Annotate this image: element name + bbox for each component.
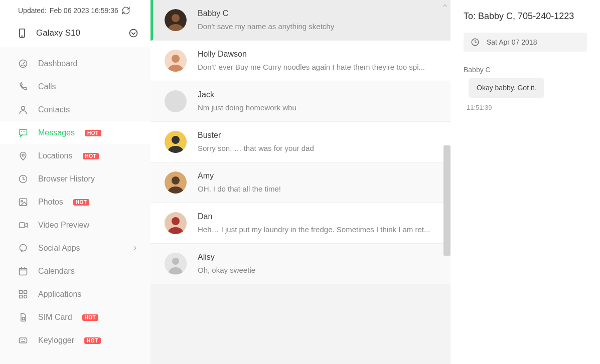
conversation-preview: Don't' ever Buy me Curry noodles again I… xyxy=(198,63,436,71)
sidebar-item-label: Locations xyxy=(38,151,73,160)
chevron-down-icon[interactable] xyxy=(128,28,138,38)
svg-point-4 xyxy=(22,106,25,110)
svg-rect-25 xyxy=(20,338,27,343)
message-bubble: Okay babby. Got it. xyxy=(469,78,544,98)
sidebar-item-label: Applications xyxy=(38,290,81,299)
apps-icon xyxy=(18,289,28,299)
avatar xyxy=(165,90,187,112)
sidebar-item-dashboard[interactable]: Dashboard xyxy=(0,52,151,75)
sidebar-item-sim-card[interactable]: SIM CardHOT xyxy=(0,306,151,329)
chat-icon xyxy=(18,128,28,138)
sidebar-item-label: Video Preview xyxy=(38,221,89,230)
avatar xyxy=(165,212,187,234)
message-sender: Babby C xyxy=(464,66,587,74)
phone-icon xyxy=(18,82,28,92)
sidebar-item-social-apps[interactable]: Social Apps xyxy=(0,237,151,260)
sidebar-item-label: Photos xyxy=(38,198,63,207)
device-selector[interactable]: Galaxy S10 xyxy=(0,19,151,47)
svg-rect-21 xyxy=(24,291,27,294)
message-detail-panel: To: Babby C, 705-240-1223 Sat Apr 07 201… xyxy=(451,0,600,364)
conversation-item[interactable]: BusterSorry son, … that was for your dad xyxy=(151,122,451,162)
svg-rect-5 xyxy=(20,129,27,135)
sidebar-item-label: Keylogger xyxy=(38,336,74,345)
svg-point-23 xyxy=(24,295,27,298)
conversation-preview: Nm just doing homework wbu xyxy=(198,103,436,112)
conversation-name: Dan xyxy=(198,212,436,221)
conversation-preview: Oh, okay sweetie xyxy=(198,266,436,274)
hot-badge: HOT xyxy=(83,153,99,159)
svg-point-9 xyxy=(22,154,24,156)
svg-point-2 xyxy=(130,30,137,37)
image-icon xyxy=(18,197,28,207)
sidebar-item-applications[interactable]: Applications xyxy=(0,283,151,306)
conversation-preview: Don't save my name as anything sketchy xyxy=(198,22,436,31)
conversation-item[interactable]: Babby CDon't save my name as anything sk… xyxy=(151,0,451,41)
sidebar-item-photos[interactable]: PhotosHOT xyxy=(0,191,151,214)
conversation-name: Buster xyxy=(198,131,436,140)
hot-badge: HOT xyxy=(73,199,90,206)
conversations-panel: Babby CDon't save my name as anything sk… xyxy=(151,0,451,364)
device-name: Galaxy S10 xyxy=(36,28,80,38)
updated-time: Feb 06 2023 16:59:36 xyxy=(50,7,118,15)
scrollbar-thumb[interactable] xyxy=(443,145,451,256)
avatar xyxy=(165,253,187,275)
conversation-item[interactable]: DanHeh… I just put my laundry in the fre… xyxy=(151,203,451,244)
svg-point-15 xyxy=(20,245,26,251)
svg-point-31 xyxy=(172,14,180,22)
conversation-item[interactable]: JackNm just doing homework wbu xyxy=(151,81,451,122)
conversation-item[interactable]: AlisyOh, okay sweetie xyxy=(151,244,451,284)
conversation-preview: Sorry son, … that was for your dad xyxy=(198,144,436,152)
sidebar-item-contacts[interactable]: Contacts xyxy=(0,98,151,121)
hot-badge: HOT xyxy=(82,314,99,321)
sidebar-item-browser-history[interactable]: Browser History xyxy=(0,167,151,191)
svg-point-12 xyxy=(21,201,23,202)
conversation-item[interactable]: AmyOH, I do that all the time! xyxy=(151,162,451,203)
conversation-name: Alisy xyxy=(198,253,436,262)
svg-rect-13 xyxy=(20,223,25,228)
conversation-preview: Heh… I just put my laundry in the fredge… xyxy=(198,225,436,234)
conversation-item[interactable]: Holly DawsonDon't' ever Buy me Curry noo… xyxy=(151,41,451,81)
person-icon xyxy=(18,105,28,115)
hot-badge: HOT xyxy=(85,130,101,136)
sidebar-item-locations[interactable]: LocationsHOT xyxy=(0,144,151,167)
date-chip: Sat Apr 07 2018 xyxy=(464,33,587,52)
bubble-icon xyxy=(18,243,28,253)
to-line: To: Babby C, 705-240-1223 xyxy=(464,11,587,22)
clock-icon xyxy=(471,38,480,47)
sidebar-item-messages[interactable]: MessagesHOT xyxy=(0,121,151,144)
phone-device-icon xyxy=(17,28,27,38)
scroll-up-icon[interactable] xyxy=(441,2,448,9)
chevron-right-icon xyxy=(131,245,138,252)
sidebar-item-label: Browser History xyxy=(38,174,95,184)
svg-rect-20 xyxy=(20,291,23,294)
sidebar-item-label: Calls xyxy=(38,82,56,91)
sidebar-item-label: Contacts xyxy=(38,105,70,114)
sidebar-item-video-preview[interactable]: Video Preview xyxy=(0,214,151,237)
refresh-icon[interactable] xyxy=(121,6,130,15)
keyboard-icon xyxy=(18,335,28,345)
hot-badge: HOT xyxy=(84,337,101,344)
svg-point-41 xyxy=(172,258,179,265)
updated-bar: Updated: Feb 06 2023 16:59:36 xyxy=(0,0,151,19)
date-text: Sat Apr 07 2018 xyxy=(487,38,537,46)
sidebar-item-label: Messages xyxy=(38,128,75,137)
updated-prefix: Updated: xyxy=(18,7,47,15)
video-icon xyxy=(18,220,28,230)
svg-rect-16 xyxy=(20,268,27,275)
conversation-preview: OH, I do that all the time! xyxy=(198,185,436,193)
sim-icon xyxy=(18,312,28,322)
avatar xyxy=(165,171,187,194)
nav-menu: DashboardCallsContactsMessagesHOTLocatio… xyxy=(0,47,151,364)
svg-point-33 xyxy=(172,55,180,63)
svg-rect-24 xyxy=(22,317,25,320)
sidebar-item-calendars[interactable]: Calendars xyxy=(0,260,151,283)
sidebar-item-calls[interactable]: Calls xyxy=(0,75,151,98)
avatar xyxy=(165,131,187,153)
svg-rect-22 xyxy=(20,295,23,298)
sidebar-item-label: Social Apps xyxy=(38,244,80,253)
sidebar-item-keylogger[interactable]: KeyloggerHOT xyxy=(0,329,151,352)
svg-point-35 xyxy=(172,136,180,144)
calendar-icon xyxy=(18,266,28,276)
svg-rect-11 xyxy=(20,199,27,205)
conversation-name: Amy xyxy=(198,171,436,180)
